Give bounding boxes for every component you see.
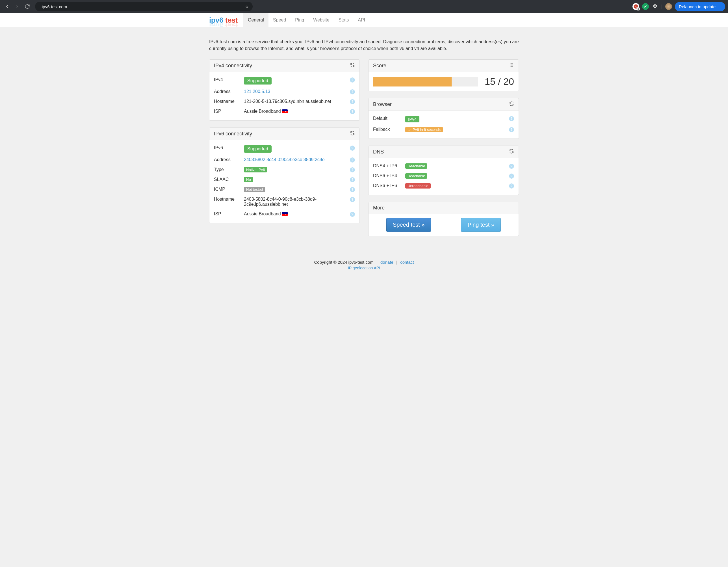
ipv6-support-label: IPv6 [214, 145, 244, 150]
browser-toolbar: ipv6-test.com ☆ 3 ✓ | Relaunch to update… [0, 0, 728, 13]
svg-rect-5 [510, 64, 510, 64]
ipv6-refresh-icon[interactable] [350, 131, 355, 137]
svg-rect-8 [511, 65, 513, 65]
score-bar [373, 77, 478, 86]
browser-card-title: Browser [373, 101, 392, 107]
ipv4-address-label: Address [214, 89, 244, 94]
svg-rect-9 [510, 66, 510, 66]
relaunch-button[interactable]: Relaunch to update⋮ [675, 2, 725, 11]
help-icon[interactable]: ? [350, 167, 355, 172]
browser-refresh-icon[interactable] [509, 101, 514, 108]
ipv4-isp-label: ISP [214, 109, 244, 114]
tab-stats[interactable]: Stats [334, 13, 353, 27]
profile-avatar[interactable] [665, 3, 672, 10]
svg-rect-6 [511, 64, 513, 64]
help-icon[interactable]: ? [350, 177, 355, 182]
site-logo[interactable]: ipv6 test ipv6 test [209, 13, 243, 27]
dns-row-badge: Reachable [405, 173, 427, 179]
extension-green-icon[interactable]: ✓ [642, 3, 649, 10]
ping-test-button[interactable]: Ping test » [461, 218, 501, 232]
copyright-text: Copyright © 2024 ipv6-test.com [314, 260, 373, 265]
dns-card: DNS DNS4 + IP6Reachable? DNS6 + IP4Reach… [368, 146, 519, 195]
svg-rect-7 [510, 65, 510, 65]
help-icon[interactable]: ? [350, 109, 355, 114]
browser-fallback-badge: to IPv6 in 6 seconds [405, 127, 443, 132]
ipv4-refresh-icon[interactable] [350, 62, 355, 69]
tab-ping[interactable]: Ping [291, 13, 309, 27]
forward-button[interactable] [13, 2, 21, 11]
score-value: 15 / 20 [485, 76, 514, 87]
tab-general[interactable]: General [243, 13, 268, 27]
score-card-title: Score [373, 63, 386, 69]
help-icon[interactable]: ? [350, 77, 355, 83]
ipv6-isp-label: ISP [214, 211, 244, 217]
ipv6-icmp-badge: Not tested [244, 187, 265, 192]
dns-card-title: DNS [373, 149, 384, 155]
ipv6-type-label: Type [214, 167, 244, 172]
ipv4-support-badge: Supported [244, 77, 272, 85]
help-icon[interactable]: ? [509, 127, 514, 132]
ipv4-support-label: IPv4 [214, 77, 244, 82]
au-flag-icon [282, 109, 288, 113]
help-icon[interactable]: ? [350, 212, 355, 217]
ipv6-isp-value: Aussie Broadband [244, 211, 281, 216]
browser-fallback-label: Fallback [373, 127, 405, 132]
extensions-menu-icon[interactable] [652, 3, 658, 10]
ipv6-type-badge: Native IPv6 [244, 167, 267, 172]
help-icon[interactable]: ? [509, 116, 514, 121]
help-icon[interactable]: ? [350, 197, 355, 202]
help-icon[interactable]: ? [350, 157, 355, 163]
footer: Copyright © 2024 ipv6-test.com | donate … [0, 243, 728, 279]
tab-website[interactable]: Website [309, 13, 334, 27]
url-text: ipv6-test.com [42, 4, 67, 9]
bookmark-icon[interactable]: ☆ [245, 4, 249, 9]
ipv6-hostname-label: Hostname [214, 197, 244, 202]
speed-test-button[interactable]: Speed test » [386, 218, 431, 232]
help-icon[interactable]: ? [350, 146, 355, 151]
ipv4-isp-value: Aussie Broadband [244, 109, 281, 114]
dns-row-badge: Unreachable [405, 183, 431, 189]
browser-card: Browser DefaultIPv4? Fallbackto IPv6 in … [368, 98, 519, 139]
tab-speed[interactable]: Speed [268, 13, 291, 27]
dns-row-label: DNS6 + IP4 [373, 173, 405, 178]
help-icon[interactable]: ? [350, 99, 355, 104]
contact-link[interactable]: contact [400, 260, 414, 265]
help-icon[interactable]: ? [509, 164, 514, 169]
ipv4-hostname-value: 121-200-5-13.79c805.syd.nbn.aussiebb.net [244, 99, 349, 104]
reload-button[interactable] [23, 2, 32, 11]
ipv4-address-value[interactable]: 121.200.5.13 [244, 89, 270, 94]
donate-link[interactable]: donate [380, 260, 393, 265]
au-flag-icon [282, 212, 288, 216]
extension-noscript-icon[interactable]: 3 [632, 3, 639, 10]
ipv6-card: IPv6 connectivity IPv6Supported? Address… [209, 127, 360, 223]
help-icon[interactable]: ? [509, 174, 514, 179]
help-icon[interactable]: ? [350, 89, 355, 94]
help-icon[interactable]: ? [509, 183, 514, 189]
ipv6-address-value[interactable]: 2403:5802:8c44:0:90c8:e3cb:38d9:2c9e [244, 157, 325, 162]
back-button[interactable] [3, 2, 11, 11]
browser-default-badge: IPv4 [405, 116, 419, 122]
url-bar[interactable]: ipv6-test.com ☆ [35, 2, 253, 11]
ipv6-slaac-badge: No [244, 177, 253, 182]
score-list-icon[interactable] [509, 62, 514, 69]
ipv4-card: IPv4 connectivity IPv4Supported? Address… [209, 59, 360, 121]
help-icon[interactable]: ? [350, 187, 355, 192]
ipv6-card-title: IPv6 connectivity [214, 131, 252, 137]
dns-row-label: DNS6 + IP6 [373, 183, 405, 188]
dns-row-label: DNS4 + IP6 [373, 163, 405, 168]
ipv4-card-title: IPv4 connectivity [214, 63, 252, 69]
ipv6-hostname-value: 2403-5802-8c44-0-90c8-e3cb-38d9-2c9e.ip6… [244, 197, 349, 207]
dns-row-badge: Reachable [405, 163, 427, 169]
ipv4-hostname-label: Hostname [214, 99, 244, 104]
more-card-title: More [373, 205, 385, 211]
dns-refresh-icon[interactable] [509, 149, 514, 155]
browser-default-label: Default [373, 116, 405, 121]
ipv6-icmp-label: ICMP [214, 187, 244, 192]
ipv6-slaac-label: SLAAC [214, 177, 244, 182]
menu-dots-icon: ⋮ [717, 4, 721, 9]
tab-api[interactable]: API [353, 13, 370, 27]
score-card: Score 15 / 20 [368, 59, 519, 91]
ipv6-support-badge: Supported [244, 145, 272, 153]
ipv6-address-label: Address [214, 157, 244, 162]
geo-api-link[interactable]: IP geolocation API [0, 266, 728, 270]
